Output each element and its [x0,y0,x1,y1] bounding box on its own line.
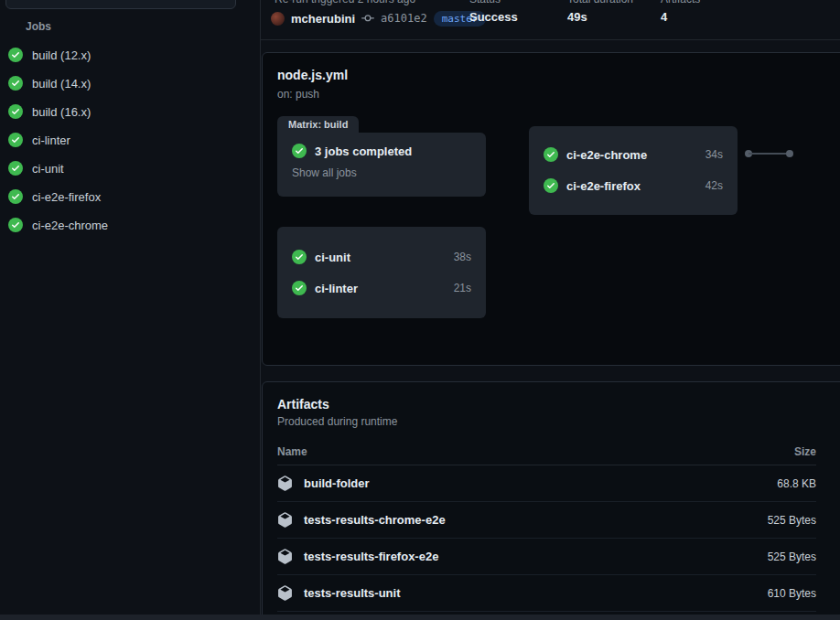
graph-job-ci-e2e-chrome[interactable]: ci-e2e-chrome 34s [544,139,723,170]
check-circle-icon [292,250,307,264]
artifact-size: 610 Bytes [768,587,816,600]
job-name: ci-linter [315,282,446,295]
workflow-trigger: on: push [277,88,319,101]
status-value: Success [469,10,518,24]
package-icon [277,585,293,601]
job-label: ci-e2e-firefox [32,190,101,204]
artifact-row: tests-results-chrome-e2e 525 Bytes [277,502,816,539]
job-name: ci-e2e-firefox [566,179,697,193]
artifact-size: 525 Bytes [768,551,816,563]
workflow-graph-panel: node.js.yml on: push Matrix: build 3 job… [262,52,840,366]
check-circle-icon [544,178,558,193]
package-icon [277,512,293,528]
artifacts-subtitle: Produced during runtime [277,415,816,428]
artifact-size: 525 Bytes [768,514,816,527]
artifacts-title: Artifacts [277,397,816,412]
job-label: ci-unit [32,162,64,176]
unit-jobs-card: ci-unit 38s ci-linter 21s [277,227,486,318]
package-icon [277,549,293,564]
graph-job-ci-linter[interactable]: ci-linter 21s [292,273,471,304]
duration-value: 49s [567,10,587,24]
artifacts-panel: Artifacts Produced during runtime Name S… [262,381,840,620]
job-duration: 34s [705,148,723,161]
job-duration: 21s [454,282,471,294]
job-name: ci-unit [315,251,446,264]
artifact-download-link[interactable]: tests-results-firefox-e2e [304,550,757,563]
graph-job-ci-unit[interactable]: ci-unit 38s [292,241,471,273]
status-column-label: Status [469,0,501,5]
check-circle-icon [8,161,23,176]
sidebar-item-ci-linter[interactable]: ci-linter [0,133,261,147]
job-duration: 38s [454,251,471,263]
check-circle-icon [8,76,23,91]
duration-column-label: Total duration [567,0,633,5]
job-label: ci-linter [32,134,70,147]
sidebar-item-ci-unit[interactable]: ci-unit [0,161,261,176]
check-circle-icon [8,133,23,147]
actor-link[interactable]: mcherubini [291,12,355,26]
check-circle-icon [8,48,23,62]
graph-connector-line [748,153,791,155]
artifacts-column-label: Artifacts [661,0,700,5]
e2e-jobs-card: ci-e2e-chrome 34s ci-e2e-firefox 42s [529,126,738,215]
artifact-download-link[interactable]: build-folder [304,476,766,490]
sidebar-item-build-14[interactable]: build (14.x) [0,76,261,91]
artifact-row: tests-results-firefox-e2e 525 Bytes [277,539,816,575]
job-list: build (12.x) build (14.x) build (16.x) c… [0,48,261,246]
sidebar-item-build-16[interactable]: build (16.x) [0,104,261,119]
jobs-section-label: Jobs [26,20,51,33]
check-circle-icon [292,144,307,158]
check-circle-icon [292,281,307,295]
artifact-row: tests-results-unit 610 Bytes [277,575,816,612]
bottom-window-edge [0,615,840,620]
artifact-size: 68.8 KB [777,477,816,490]
graph-connector-dot [786,150,793,157]
check-circle-icon [8,218,23,232]
git-commit-icon [361,12,374,25]
matrix-summary-card[interactable]: 3 jobs completed Show all jobs [277,133,486,197]
job-label: ci-e2e-chrome [32,219,108,232]
run-summary-header: Re-run triggered 2 hours ago Status Tota… [261,0,840,40]
run-context-label: Re-run triggered 2 hours ago [275,0,415,5]
jobs-sidebar: Jobs build (12.x) build (14.x) build (16… [0,0,261,620]
filter-jobs-input[interactable] [5,0,236,9]
job-label: build (16.x) [32,105,91,119]
check-circle-icon [544,147,558,162]
sidebar-item-build-12[interactable]: build (12.x) [0,48,261,62]
job-label: build (14.x) [32,77,91,91]
matrix-tab-label: Matrix: build [277,116,359,133]
matrix-summary-text: 3 jobs completed [315,144,412,158]
artifact-download-link[interactable]: tests-results-unit [304,586,757,600]
sidebar-item-ci-e2e-chrome[interactable]: ci-e2e-chrome [0,218,261,232]
artifacts-count-value: 4 [661,10,667,24]
artifacts-table-header: Name Size [277,439,816,465]
size-column-header: Size [794,445,816,458]
job-name: ci-e2e-chrome [566,148,697,162]
workflow-file-name: node.js.yml [277,68,348,82]
artifact-download-link[interactable]: tests-results-chrome-e2e [304,513,757,527]
graph-job-ci-e2e-firefox[interactable]: ci-e2e-firefox 42s [544,170,723,201]
show-all-jobs-link[interactable]: Show all jobs [292,166,471,179]
commit-sha-link[interactable]: a6101e2 [381,12,427,25]
check-circle-icon [8,104,23,119]
artifact-row: build-folder 68.8 KB [277,465,816,502]
name-column-header: Name [277,445,794,458]
avatar[interactable] [271,12,285,26]
package-icon [277,476,293,491]
job-duration: 42s [705,179,723,192]
check-circle-icon [8,189,23,204]
sidebar-item-ci-e2e-firefox[interactable]: ci-e2e-firefox [0,189,261,204]
commit-info-row: mcherubini a6101e2 master [271,9,486,27]
job-label: build (12.x) [32,48,91,62]
